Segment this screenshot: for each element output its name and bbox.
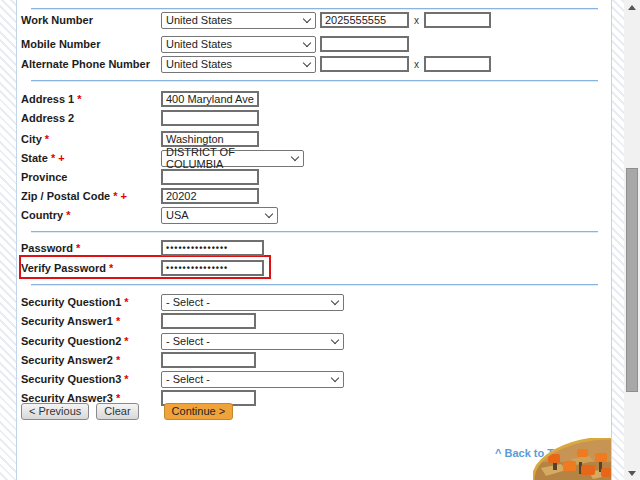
chevron-down-icon	[291, 152, 299, 160]
alternate-phone-row: Alternate Phone Number United States x	[21, 55, 607, 73]
address1-label: Address 1*	[21, 93, 161, 105]
security-question1-label: Security Question1*	[21, 296, 161, 308]
country-select[interactable]: USA	[161, 207, 278, 224]
country-label: Country*	[21, 209, 161, 221]
work-ext-input[interactable]	[424, 12, 491, 28]
security-question1-row: Security Question1* - Select -	[21, 293, 607, 311]
security-question3-row: Security Question3* - Select -	[21, 370, 607, 388]
security-question3-label: Security Question3*	[21, 373, 161, 385]
zip-row: Zip / Postal Code* +	[21, 187, 607, 205]
ext-separator: x	[414, 15, 419, 26]
security-question2-label: Security Question2*	[21, 335, 161, 347]
work-number-label: Work Number	[21, 14, 161, 26]
chevron-down-icon	[303, 58, 311, 66]
vertical-scrollbar	[624, 0, 640, 480]
security-answer1-label: Security Answer1*	[21, 315, 161, 327]
city-label: City*	[21, 133, 161, 145]
city-input[interactable]	[161, 131, 259, 147]
verify-password-label: Verify Password*	[21, 262, 161, 274]
section-divider	[31, 80, 598, 82]
address1-input[interactable]	[161, 91, 259, 107]
alternate-phone-label: Alternate Phone Number	[21, 58, 161, 70]
alternate-number-input[interactable]	[320, 56, 409, 72]
continue-button[interactable]: Continue >	[164, 403, 234, 420]
address2-label: Address 2	[21, 112, 161, 124]
verify-password-input[interactable]	[161, 260, 264, 276]
classroom-photo	[533, 438, 611, 480]
address2-row: Address 2	[21, 109, 607, 127]
work-number-row: Work Number United States x	[21, 11, 607, 29]
state-row: State* + DISTRICT OF COLUMBIA	[21, 149, 607, 167]
security-answer2-row: Security Answer2*	[21, 351, 607, 369]
chevron-down-icon	[331, 296, 339, 304]
chevron-down-icon	[265, 209, 273, 217]
security-question2-row: Security Question2* - Select -	[21, 332, 607, 350]
scrollbar-thumb[interactable]	[626, 168, 638, 392]
zip-label: Zip / Postal Code* +	[21, 190, 161, 202]
scroll-down-icon[interactable]	[624, 466, 640, 480]
zip-input[interactable]	[161, 188, 259, 204]
form-panel: Work Number United States x Mobile Numbe…	[16, 0, 612, 480]
scroll-up-icon[interactable]	[624, 0, 640, 14]
password-input[interactable]	[161, 240, 264, 256]
ext-separator: x	[414, 59, 419, 70]
chevron-down-icon	[331, 335, 339, 343]
state-select[interactable]: DISTRICT OF COLUMBIA	[161, 150, 304, 167]
section-divider	[31, 231, 598, 233]
province-label: Province	[21, 171, 161, 183]
security-question3-select[interactable]: - Select -	[161, 371, 344, 388]
security-question1-select[interactable]: - Select -	[161, 294, 344, 311]
alternate-ext-input[interactable]	[424, 56, 491, 72]
country-row: Country* USA	[21, 206, 607, 224]
province-input[interactable]	[161, 169, 259, 185]
security-answer1-input[interactable]	[161, 313, 256, 329]
form-actions: < Previous Clear Continue >	[21, 402, 233, 420]
alternate-country-select[interactable]: United States	[161, 56, 316, 73]
mobile-number-input[interactable]	[320, 36, 409, 52]
section-divider	[31, 284, 598, 286]
security-question2-select[interactable]: - Select -	[161, 333, 344, 350]
chevron-down-icon	[303, 14, 311, 22]
security-answer2-label: Security Answer2*	[21, 354, 161, 366]
verify-password-row: Verify Password*	[21, 259, 607, 277]
city-row: City*	[21, 130, 607, 148]
section-divider	[31, 8, 598, 10]
province-row: Province	[21, 168, 607, 186]
security-answer2-input[interactable]	[161, 352, 256, 368]
chevron-down-icon	[331, 373, 339, 381]
mobile-number-label: Mobile Number	[21, 38, 161, 50]
work-number-input[interactable]	[320, 12, 409, 28]
clear-button[interactable]: Clear	[96, 403, 138, 420]
state-label: State* +	[21, 152, 161, 164]
mobile-number-row: Mobile Number United States	[21, 35, 607, 53]
mobile-country-select[interactable]: United States	[161, 36, 316, 53]
page: { "colors": { "accent_orange": "#f0a33b"…	[0, 0, 640, 480]
previous-button[interactable]: < Previous	[21, 403, 89, 420]
address1-row: Address 1*	[21, 90, 607, 108]
password-label: Password*	[21, 242, 161, 254]
chevron-down-icon	[303, 38, 311, 46]
security-answer1-row: Security Answer1*	[21, 312, 607, 330]
work-country-select[interactable]: United States	[161, 12, 316, 29]
password-row: Password*	[21, 239, 607, 257]
address2-input[interactable]	[161, 110, 259, 126]
